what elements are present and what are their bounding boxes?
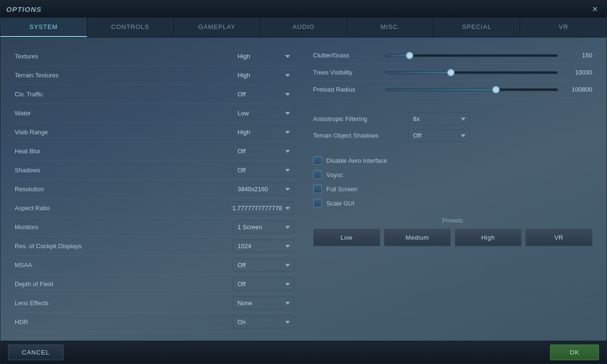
water-select[interactable]: LowMediumHigh [233, 107, 294, 120]
anisotropic-row: Anisotropic Filtering 8x4x2xOff [313, 112, 593, 125]
trees-visibility-label: Trees Visibility [313, 69, 380, 76]
disable-aero-label: Disable Aero Interface [327, 157, 387, 164]
checkbox-scale-gui[interactable]: Scale GUI [313, 199, 593, 207]
anisotropic-select[interactable]: 8x4x2xOff [408, 112, 470, 125]
textures-label: Textures [15, 53, 100, 60]
right-panel: Clutter/Grass 150 Trees Visibility 10030 [313, 47, 593, 331]
terrain-shadows-select[interactable]: OffOn [408, 129, 470, 142]
textures-select[interactable]: HighMediumLow [233, 50, 294, 63]
lens-effects-select[interactable]: NoneLowHigh [233, 297, 294, 309]
tab-gameplay[interactable]: GAMEPLAY [174, 18, 261, 37]
civ-traffic-select[interactable]: OffLowHigh [233, 88, 294, 101]
checkboxes: Disable Aero Interface Vsync Full Screen… [313, 156, 593, 207]
tab-vr[interactable]: VR [520, 18, 607, 37]
full-screen-checkbox[interactable] [313, 185, 322, 193]
tab-controls[interactable]: CONTROLS [87, 18, 174, 37]
heat-blur-label: Heat Blur [15, 148, 100, 155]
main-content: Textures HighMediumLow Terrain Textures … [0, 37, 607, 341]
setting-aspect-ratio: Aspect Ratio 1.77777777777781.3333333 [15, 199, 294, 218]
lens-effects-label: Lens Effects [15, 299, 100, 307]
setting-monitors: Monitors 1 Screen2 Screens3 Screens [15, 218, 294, 237]
visib-range-select[interactable]: HighMediumLow [233, 126, 294, 139]
vsync-label: Vsync [327, 171, 343, 178]
trees-visibility-value: 10030 [564, 69, 592, 76]
clutter-grass-track[interactable] [385, 54, 559, 57]
right-dropdowns: Anisotropic Filtering 8x4x2xOff Terrain … [313, 112, 593, 142]
dof-label: Depth of Field [15, 280, 100, 288]
clutter-grass-thumb[interactable] [406, 52, 413, 59]
terrain-shadows-row: Terrain Object Shadows OffOn [313, 129, 593, 142]
preset-vr-button[interactable]: VR [525, 229, 592, 246]
full-screen-label: Full Screen [327, 186, 358, 193]
trees-visibility-track[interactable] [385, 71, 559, 74]
setting-shadows: Shadows OffLowHigh [15, 161, 294, 180]
resolution-label: Resolution [15, 186, 100, 193]
tab-misc[interactable]: MISC. [347, 18, 434, 37]
tab-special[interactable]: SPECIAL [434, 18, 521, 37]
setting-msaa: MSAA Off2x4x [15, 256, 294, 275]
setting-dof: Depth of Field OffOn [15, 275, 294, 294]
terrain-shadows-label: Terrain Object Shadows [313, 132, 399, 139]
setting-hdr: HDR OnOff [15, 313, 294, 332]
tab-bar: SYSTEM CONTROLS GAMEPLAY AUDIO MISC. SPE… [0, 18, 607, 37]
vsync-checkbox[interactable] [313, 170, 322, 179]
cancel-button[interactable]: CANCEL [8, 345, 64, 360]
title-bar: OPTIONS ✕ [0, 0, 607, 18]
setting-terrain-textures: Terrain Textures HighMediumLow [15, 66, 294, 85]
window-title: OPTIONS [6, 5, 42, 13]
options-window: OPTIONS ✕ SYSTEM CONTROLS GAMEPLAY AUDIO… [0, 0, 607, 364]
trees-visibility-thumb[interactable] [447, 69, 455, 76]
preset-high-button[interactable]: High [455, 229, 522, 246]
dof-select[interactable]: OffOn [233, 278, 294, 290]
monitors-select[interactable]: 1 Screen2 Screens3 Screens [233, 221, 294, 233]
trees-visibility-fill [386, 72, 451, 74]
preload-radius-value: 100800 [564, 86, 592, 93]
checkbox-vsync[interactable]: Vsync [313, 170, 593, 179]
civ-traffic-label: Civ. Traffic [15, 91, 100, 98]
preset-low-button[interactable]: Low [313, 229, 380, 246]
left-panel: Textures HighMediumLow Terrain Textures … [15, 47, 294, 331]
setting-res-cockpit: Res. of Cockpit Displays 10245122048 [15, 237, 294, 256]
preload-radius-track[interactable] [385, 88, 559, 91]
setting-heat-blur: Heat Blur OffOn [15, 142, 294, 161]
close-button[interactable]: ✕ [589, 4, 601, 15]
water-label: Water [15, 110, 100, 117]
checkbox-disable-aero[interactable]: Disable Aero Interface [313, 156, 593, 165]
slider-preload-radius: Preload Radius 100800 [313, 81, 593, 98]
preload-radius-label: Preload Radius [313, 86, 380, 93]
msaa-label: MSAA [15, 261, 100, 269]
tab-system[interactable]: SYSTEM [0, 18, 87, 37]
slider-trees-visibility: Trees Visibility 10030 [313, 64, 593, 81]
hdr-select[interactable]: OnOff [233, 316, 294, 328]
presets-buttons: Low Medium High VR [313, 229, 593, 246]
setting-textures: Textures HighMediumLow [15, 47, 294, 66]
bottom-bar: CANCEL OK [0, 341, 607, 364]
heat-blur-select[interactable]: OffOn [233, 145, 294, 158]
res-cockpit-select[interactable]: 10245122048 [233, 240, 294, 252]
resolution-select[interactable]: 3840x21601920x1080 [233, 183, 294, 196]
aspect-ratio-select[interactable]: 1.77777777777781.3333333 [227, 202, 294, 215]
preset-medium-button[interactable]: Medium [384, 229, 451, 246]
presets-title: Presets [313, 217, 593, 224]
tab-audio[interactable]: AUDIO [261, 18, 347, 37]
setting-water: Water LowMediumHigh [15, 104, 294, 123]
terrain-textures-select[interactable]: HighMediumLow [233, 69, 294, 82]
preload-radius-fill [386, 89, 496, 91]
scale-gui-checkbox[interactable] [313, 199, 322, 207]
presets-section: Presets Low Medium High VR [313, 217, 593, 246]
visib-range-label: Visib Range [15, 129, 100, 136]
ok-button[interactable]: OK [550, 345, 599, 360]
clutter-grass-value: 150 [564, 52, 592, 59]
preload-radius-thumb[interactable] [492, 86, 500, 93]
shadows-label: Shadows [15, 167, 100, 174]
checkbox-full-screen[interactable]: Full Screen [313, 185, 593, 193]
slider-clutter-grass: Clutter/Grass 150 [313, 47, 593, 64]
disable-aero-checkbox[interactable] [313, 156, 322, 165]
hdr-label: HDR [15, 318, 100, 326]
msaa-select[interactable]: Off2x4x [233, 259, 294, 271]
scale-gui-label: Scale GUI [327, 200, 355, 207]
settings-area: Textures HighMediumLow Terrain Textures … [0, 37, 607, 341]
shadows-select[interactable]: OffLowHigh [233, 164, 294, 177]
clutter-grass-label: Clutter/Grass [313, 52, 380, 59]
setting-visib-range: Visib Range HighMediumLow [15, 123, 294, 142]
